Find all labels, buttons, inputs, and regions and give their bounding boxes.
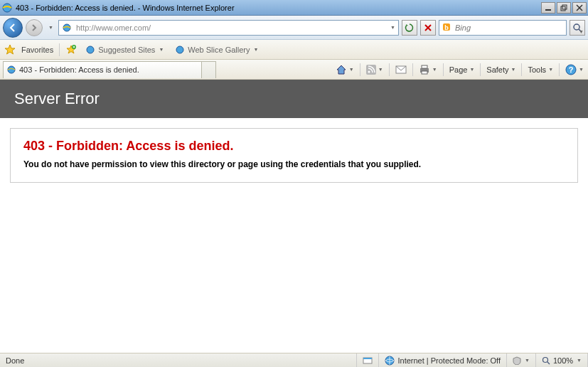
svg-rect-21 (363, 358, 372, 359)
search-button[interactable]: ▼ (570, 20, 585, 36)
feeds-button[interactable]: ▼ (362, 60, 387, 79)
window-titlebar: 403 - Forbidden: Access is denied. - Win… (0, 0, 588, 16)
search-provider-icon: b (442, 22, 453, 33)
security-zone-label: Internet | Protected Mode: Off (397, 356, 501, 365)
safety-menu-label: Safety (486, 65, 508, 74)
page-content: Server Error 403 - Forbidden: Access is … (0, 80, 588, 353)
command-bar: 403 - Forbidden: Access is denied. ▼ ▼ ▼… (0, 60, 588, 80)
zoom-label: 100% (553, 356, 573, 365)
restore-button[interactable] (557, 2, 571, 14)
status-pane-2[interactable]: ▼ (507, 353, 536, 367)
print-button[interactable]: ▼ (415, 60, 442, 79)
page-menu-label: Page (449, 65, 468, 74)
ie-page-icon (175, 45, 185, 55)
error-box: 403 - Forbidden: Access is denied. You d… (10, 128, 578, 183)
svg-point-10 (176, 46, 183, 53)
close-button[interactable] (572, 2, 587, 14)
history-dropdown[interactable]: ▼ (46, 21, 55, 35)
svg-rect-2 (561, 6, 565, 11)
add-favorite-icon[interactable] (65, 44, 77, 55)
favorites-star-icon[interactable] (4, 44, 16, 55)
tools-menu-label: Tools (528, 65, 546, 74)
svg-point-9 (87, 46, 94, 53)
page-menu[interactable]: Page ▼ (445, 60, 479, 79)
security-zone[interactable]: Internet | Protected Mode: Off (379, 353, 507, 367)
ie-icon (1, 2, 13, 14)
svg-rect-1 (545, 9, 551, 11)
address-bar: ▼ (58, 20, 399, 36)
internet-zone-icon (385, 356, 395, 366)
page-icon (61, 22, 73, 33)
stop-button[interactable] (420, 20, 436, 36)
popup-blocker-icon (363, 356, 373, 366)
tab-title: 403 - Forbidden: Access is denied. (19, 65, 196, 74)
status-text: Done (0, 353, 357, 367)
favorites-bar: Favorites Suggested Sites ▼ Web Slice Ga… (0, 40, 588, 60)
zoom-icon (542, 356, 550, 365)
address-input[interactable] (75, 23, 387, 32)
minimize-button[interactable] (541, 2, 555, 14)
svg-text:?: ? (569, 65, 574, 74)
read-mail-button[interactable] (391, 60, 411, 79)
window-title: 403 - Forbidden: Access is denied. - Win… (16, 4, 541, 12)
svg-rect-17 (422, 71, 427, 74)
ie-page-icon (6, 65, 16, 75)
browser-tab[interactable]: 403 - Forbidden: Access is denied. (3, 61, 202, 78)
status-pane-1 (357, 353, 379, 367)
ie-page-icon (85, 45, 95, 55)
tools-menu[interactable]: Tools ▼ (523, 60, 557, 79)
refresh-button[interactable] (402, 20, 417, 36)
search-input[interactable] (455, 23, 566, 32)
svg-rect-16 (422, 65, 427, 68)
safety-menu[interactable]: Safety ▼ (482, 60, 520, 79)
web-slice-label: Web Slice Gallery (188, 46, 250, 54)
svg-point-23 (542, 357, 547, 362)
svg-text:b: b (444, 24, 449, 31)
home-button[interactable]: ▼ (331, 60, 358, 79)
address-dropdown[interactable]: ▼ (387, 25, 398, 30)
search-box: b (439, 20, 567, 36)
svg-point-13 (368, 70, 370, 73)
svg-rect-3 (562, 5, 567, 9)
favorites-label[interactable]: Favorites (21, 46, 53, 54)
new-tab-button[interactable] (202, 61, 216, 78)
protected-mode-icon (513, 356, 521, 365)
help-button[interactable]: ? ▼ (561, 60, 588, 79)
navigation-bar: ▼ ▼ b ▼ (0, 16, 588, 40)
error-body: You do not have permission to view this … (23, 159, 565, 169)
suggested-sites-link[interactable]: Suggested Sites ▼ (82, 43, 166, 56)
suggested-sites-label: Suggested Sites (98, 46, 155, 54)
error-title: 403 - Forbidden: Access is denied. (23, 139, 565, 154)
forward-button[interactable] (26, 19, 43, 36)
status-bar: Done Internet | Protected Mode: Off ▼ 10… (0, 353, 588, 367)
web-slice-link[interactable]: Web Slice Gallery ▼ (172, 43, 261, 56)
back-button[interactable] (3, 18, 23, 38)
zoom-control[interactable]: 100% ▼ (536, 353, 588, 367)
error-header: Server Error (0, 80, 588, 118)
svg-point-11 (8, 66, 15, 73)
